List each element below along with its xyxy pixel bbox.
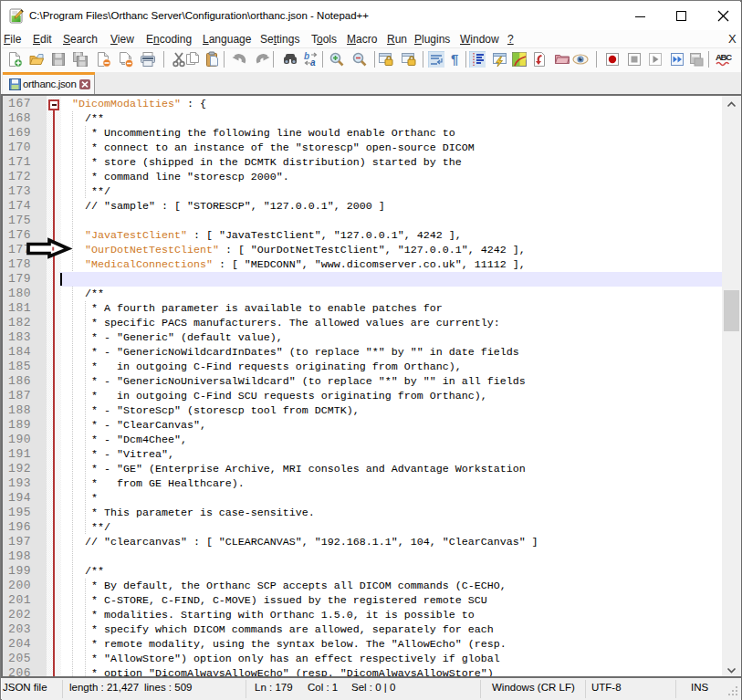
svg-text:ABC: ABC (716, 52, 732, 62)
svg-text:a: a (310, 57, 316, 68)
svg-text:¶: ¶ (451, 51, 458, 67)
svg-text:b: b (304, 51, 309, 61)
